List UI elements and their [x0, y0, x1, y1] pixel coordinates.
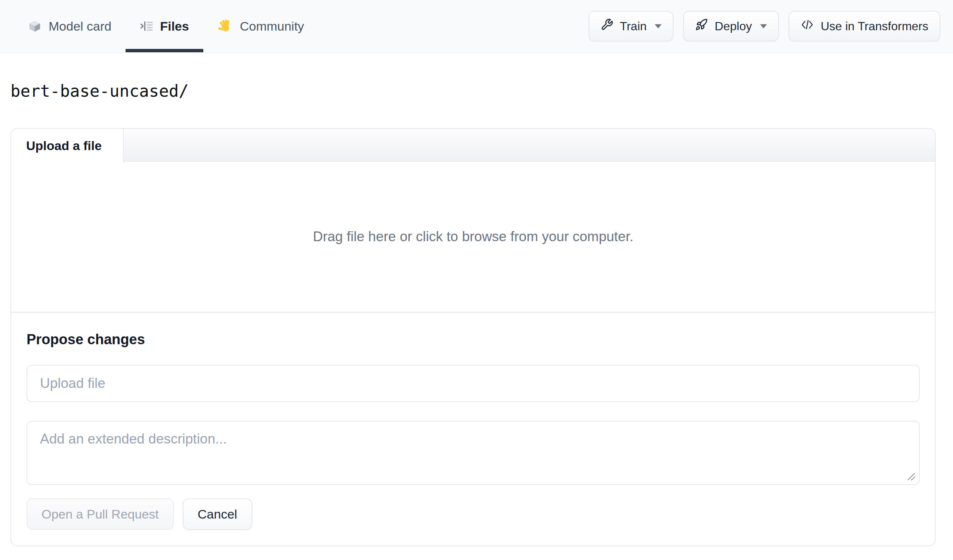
button-label: Deploy [715, 19, 752, 33]
file-dropzone[interactable]: Drag file here or click to browse from y… [11, 162, 935, 312]
dropzone-text: Drag file here or click to browse from y… [313, 229, 633, 244]
button-label: Train [620, 19, 647, 33]
caret-down-icon [760, 24, 767, 28]
tab-label: Community [240, 19, 304, 34]
main-content: bert-base-uncased/ Upload a file Drag fi… [0, 53, 953, 546]
tab-label: Files [160, 19, 189, 34]
open-pull-request-button[interactable]: Open a Pull Request [26, 498, 174, 530]
files-icon [140, 19, 153, 33]
use-in-transformers-button[interactable]: Use in Transformers [788, 11, 940, 42]
repo-tabs: Model card Files [14, 0, 318, 52]
propose-changes-heading: Propose changes [26, 331, 920, 348]
repo-action-buttons: Train Deploy [588, 0, 940, 52]
train-button[interactable]: Train [588, 11, 674, 42]
wrench-icon [601, 18, 613, 34]
cube-icon [28, 19, 42, 33]
waving-hand-icon [217, 18, 233, 34]
rocket-icon [695, 18, 708, 34]
upload-filename-input[interactable] [26, 365, 920, 402]
button-label: Use in Transformers [821, 19, 928, 33]
extended-description-textarea[interactable] [26, 421, 920, 485]
tab-community[interactable]: Community [203, 0, 318, 52]
deploy-button[interactable]: Deploy [683, 11, 779, 42]
propose-actions-row: Open a Pull Request Cancel [26, 498, 920, 530]
upload-panel-tabstrip: Upload a file [11, 129, 935, 162]
repo-header-nav: Model card Files [0, 0, 953, 53]
tab-model-card[interactable]: Model card [14, 0, 126, 52]
resize-grip-icon[interactable] [906, 472, 916, 481]
description-field-wrap [26, 421, 920, 485]
tab-upload-a-file[interactable]: Upload a file [11, 129, 124, 162]
code-icon [801, 18, 814, 34]
tab-label: Model card [48, 19, 111, 34]
caret-down-icon [655, 24, 661, 28]
cancel-button[interactable]: Cancel [183, 498, 252, 530]
tab-files[interactable]: Files [126, 0, 203, 52]
propose-changes-section: Propose changes Open a Pull Request Canc… [11, 312, 935, 545]
breadcrumb[interactable]: bert-base-uncased/ [11, 53, 936, 101]
upload-panel: Upload a file Drag file here or click to… [11, 128, 936, 546]
